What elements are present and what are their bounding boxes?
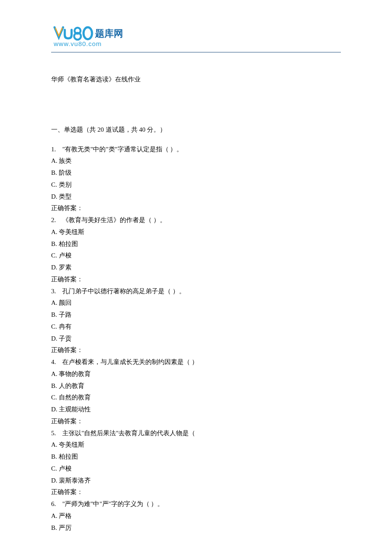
question-text: 2. 《教育与美好生活》的作者是（ ）。 (51, 214, 341, 226)
question-option: A. 夸美纽斯 (51, 439, 341, 451)
answer-label: 正确答案： (51, 274, 341, 286)
question-block: 3. 孔门弟子中以德行著称的高足弟子是（ ）。A. 颜回B. 子路C. 冉有D.… (51, 286, 341, 357)
question-block: 5. 主张以"自然后果法"去教育儿童的代表人物是（A. 夸美纽斯B. 柏拉图C.… (51, 428, 341, 499)
question-option: D. 子贡 (51, 333, 341, 345)
answer-label: 正确答案： (51, 202, 341, 214)
question-option: B. 严厉 (51, 522, 341, 534)
header-underline (51, 52, 341, 52)
logo-svg: 题库网 www.vu80.com (51, 26, 132, 49)
question-option: A. 颜回 (51, 297, 341, 309)
question-option: B. 柏拉图 (51, 451, 341, 463)
question-option: B. 柏拉图 (51, 238, 341, 250)
question-option: D. 类型 (51, 191, 341, 203)
question-option: A. 夸美纽斯 (51, 226, 341, 238)
question-option: A. 族类 (51, 155, 341, 167)
question-text: 5. 主张以"自然后果法"去教育儿童的代表人物是（ (51, 428, 341, 439)
question-option: C. 卢梭 (51, 463, 341, 475)
section-heading: 一、单选题（共 20 道试题，共 40 分。） (51, 124, 341, 136)
question-option: C. 冉有 (51, 321, 341, 333)
question-block: 4. 在卢梭看来，与儿童成长无关的制约因素是（ ）A. 事物的教育B. 人的教育… (51, 356, 341, 428)
answer-label: 正确答案： (51, 486, 341, 498)
questions-container: 1. "有教无类"中的"类"字通常认定是指（ ）。A. 族类B. 阶级C. 类别… (51, 144, 341, 534)
question-option: A. 严格 (51, 510, 341, 522)
logo-brand-text: 题库网 (95, 28, 123, 39)
document-title: 华师《教育名著选读》在线作业 (51, 74, 341, 86)
question-block: 1. "有教无类"中的"类"字通常认定是指（ ）。A. 族类B. 阶级C. 类别… (51, 144, 341, 215)
question-option: D. 罗素 (51, 262, 341, 274)
answer-label: 正确答案： (51, 344, 341, 356)
question-option: C. 卢梭 (51, 250, 341, 262)
question-option: A. 事物的教育 (51, 368, 341, 380)
site-logo: 题库网 www.vu80.com (51, 26, 341, 49)
question-text: 3. 孔门弟子中以德行著称的高足弟子是（ ）。 (51, 286, 341, 298)
question-option: B. 子路 (51, 309, 341, 321)
logo-url-text: www.vu80.com (53, 40, 102, 47)
answer-label: 正确答案： (51, 416, 341, 428)
question-option: C. 自然的教育 (51, 392, 341, 404)
question-block: 6. "严师为难"中"严"字的字义为（ ）。A. 严格B. 严厉 (51, 498, 341, 534)
question-text: 1. "有教无类"中的"类"字通常认定是指（ ）。 (51, 144, 341, 156)
question-option: B. 阶级 (51, 167, 341, 179)
question-option: C. 类别 (51, 179, 341, 191)
question-block: 2. 《教育与美好生活》的作者是（ ）。A. 夸美纽斯B. 柏拉图C. 卢梭D.… (51, 214, 341, 286)
svg-point-2 (84, 27, 92, 39)
question-option: D. 裴斯泰洛齐 (51, 475, 341, 487)
question-text: 4. 在卢梭看来，与儿童成长无关的制约因素是（ ） (51, 356, 341, 368)
question-option: D. 主观能动性 (51, 404, 341, 416)
question-option: B. 人的教育 (51, 380, 341, 392)
question-text: 6. "严师为难"中"严"字的字义为（ ）。 (51, 498, 341, 510)
